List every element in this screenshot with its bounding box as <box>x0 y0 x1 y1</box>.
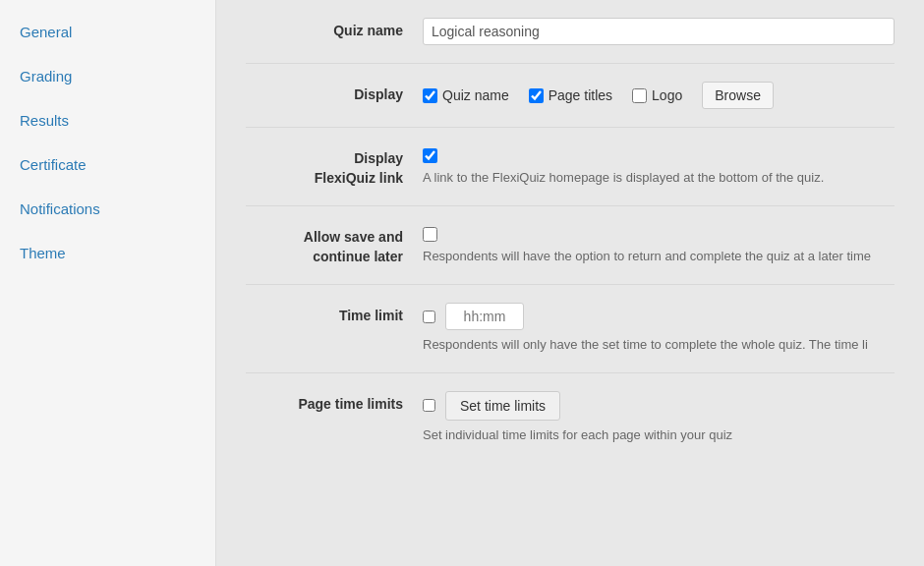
display-label: Display <box>246 82 423 105</box>
page-time-limits-row: Page time limits Set time limits Set ind… <box>246 373 895 462</box>
time-limit-row: Time limit Respondents will only have th… <box>246 285 895 372</box>
sidebar-item-grading[interactable]: Grading <box>0 54 215 98</box>
allow-save-label-line2: continue later <box>313 249 403 264</box>
page-titles-option-label: Page titles <box>549 87 612 103</box>
quiz-name-option[interactable]: Quiz name <box>423 87 509 103</box>
time-limit-checkbox[interactable] <box>423 311 435 323</box>
logo-checkbox[interactable] <box>632 88 647 103</box>
page-time-limits-control: Set time limits Set individual time limi… <box>423 391 895 444</box>
quiz-name-row: Quiz name <box>246 0 895 64</box>
sidebar: General Grading Results Certificate Noti… <box>0 0 216 566</box>
quiz-name-checkbox[interactable] <box>423 88 437 103</box>
display-control: Quiz name Page titles Logo Browse <box>423 82 895 109</box>
quiz-name-option-label: Quiz name <box>442 87 509 103</box>
time-limit-helper: Respondents will only have the set time … <box>423 336 895 354</box>
display-flexiquiz-label: Display FlexiQuiz link <box>246 145 423 188</box>
allow-save-row: Allow save and continue later Respondent… <box>246 206 895 285</box>
sidebar-item-theme[interactable]: Theme <box>0 231 215 275</box>
allow-save-checkbox[interactable] <box>423 227 437 242</box>
display-options: Quiz name Page titles Logo Browse <box>423 82 895 109</box>
page-time-limits-label: Page time limits <box>246 391 423 415</box>
logo-option[interactable]: Logo <box>632 87 682 103</box>
page-time-limits-helper: Set individual time limits for each page… <box>423 426 895 444</box>
form-section: Quiz name Display Quiz name Page titles <box>216 0 924 462</box>
display-flexiquiz-label-line1: Display <box>354 150 403 166</box>
time-limit-control: Respondents will only have the set time … <box>423 303 895 354</box>
quiz-name-control <box>423 18 895 45</box>
display-row: Display Quiz name Page titles Logo <box>246 64 895 128</box>
allow-save-label-line1: Allow save and <box>304 229 403 245</box>
display-flexiquiz-checkbox-wrap <box>423 145 895 163</box>
display-flexiquiz-helper: A link to the FlexiQuiz homepage is disp… <box>423 169 895 187</box>
display-flexiquiz-label-line2: FlexiQuiz link <box>315 170 403 186</box>
quiz-name-input[interactable] <box>423 18 895 45</box>
allow-save-checkbox-wrap <box>423 224 895 242</box>
allow-save-label: Allow save and continue later <box>246 224 423 266</box>
page-titles-option[interactable]: Page titles <box>529 87 612 103</box>
main-content: Quiz name Display Quiz name Page titles <box>216 0 924 566</box>
set-time-limits-button[interactable]: Set time limits <box>445 391 560 421</box>
display-flexiquiz-control: A link to the FlexiQuiz homepage is disp… <box>423 145 895 187</box>
allow-save-control: Respondents will have the option to retu… <box>423 224 895 265</box>
time-limit-input-row <box>423 303 895 330</box>
browse-button[interactable]: Browse <box>702 82 774 109</box>
page-time-limits-input-row: Set time limits <box>423 391 895 421</box>
page-time-limits-checkbox[interactable] <box>423 399 435 412</box>
sidebar-item-notifications[interactable]: Notifications <box>0 187 215 231</box>
time-limit-input[interactable] <box>445 303 524 330</box>
sidebar-item-certificate[interactable]: Certificate <box>0 142 215 187</box>
allow-save-helper: Respondents will have the option to retu… <box>423 248 895 265</box>
quiz-name-label: Quiz name <box>246 18 423 41</box>
logo-option-label: Logo <box>652 87 682 103</box>
time-limit-label: Time limit <box>246 303 423 326</box>
sidebar-item-general[interactable]: General <box>0 10 215 54</box>
display-flexiquiz-checkbox[interactable] <box>423 148 437 163</box>
page-titles-checkbox[interactable] <box>529 88 544 103</box>
display-flexiquiz-row: Display FlexiQuiz link A link to the Fle… <box>246 128 895 206</box>
sidebar-item-results[interactable]: Results <box>0 98 215 142</box>
